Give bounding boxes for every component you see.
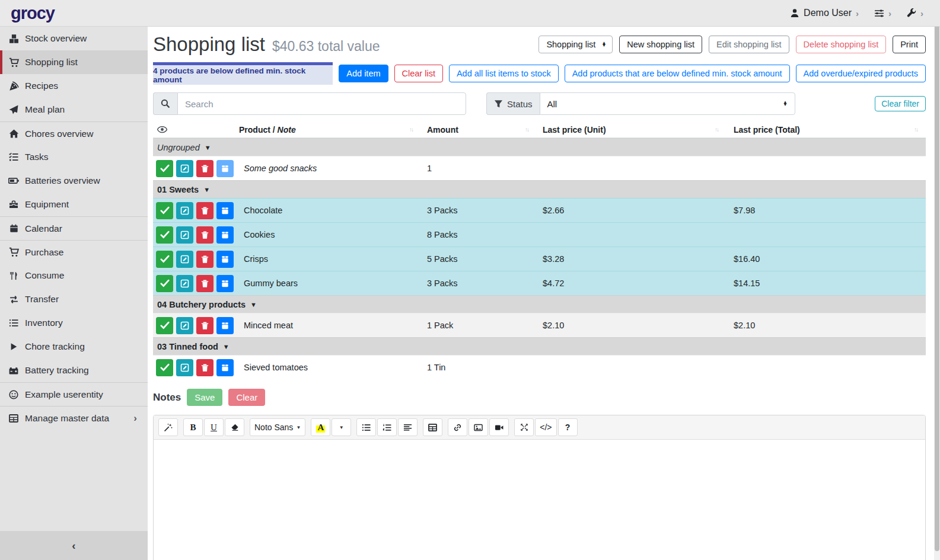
- sidebar-item-transfer[interactable]: Transfer: [0, 287, 148, 311]
- sidebar-item-tasks[interactable]: Tasks: [0, 145, 148, 169]
- amount: 5 Packs: [421, 254, 537, 264]
- edit-button[interactable]: [176, 226, 193, 244]
- fullscreen-button[interactable]: [514, 418, 534, 436]
- done-button[interactable]: [156, 202, 173, 219]
- edit-button[interactable]: [176, 251, 193, 268]
- delete-button[interactable]: [196, 317, 214, 334]
- sidebar-item-inventory[interactable]: Inventory: [0, 311, 148, 335]
- eye-icon[interactable]: [153, 124, 239, 135]
- add-below-min-stock-button[interactable]: Add products that are below defined min.…: [565, 65, 790, 82]
- clear-filter-button[interactable]: Clear filter: [875, 96, 926, 111]
- sidebar-item-stock-overview[interactable]: Stock overview: [0, 27, 148, 50]
- admin-menu[interactable]: ›: [907, 8, 923, 18]
- group-header-ungrouped[interactable]: Ungrouped▼: [153, 138, 926, 156]
- add-to-stock-button[interactable]: [216, 226, 234, 244]
- shopping-list-select[interactable]: Shopping list ▲▼: [538, 36, 613, 53]
- code-view-button[interactable]: </>: [535, 418, 556, 436]
- column-header-last-price-total[interactable]: Last price (Total)↑↓: [726, 125, 926, 135]
- add-all-to-stock-button[interactable]: Add all list items to stock: [449, 65, 559, 82]
- column-header-amount[interactable]: Amount↑↓: [421, 125, 537, 135]
- sidebar-item-consume[interactable]: Consume: [0, 264, 148, 287]
- insert-table-button[interactable]: [423, 418, 442, 436]
- delete-shopping-list-button[interactable]: Delete shopping list: [796, 36, 887, 53]
- insert-video-button[interactable]: [489, 418, 509, 436]
- notes-textarea[interactable]: [154, 440, 925, 560]
- sidebar-item-meal-plan[interactable]: Meal plan: [0, 98, 148, 121]
- product-name: Chocolate: [239, 206, 421, 215]
- settings-menu[interactable]: ›: [874, 8, 891, 18]
- eraser-button[interactable]: [225, 418, 244, 436]
- notes-clear-button[interactable]: Clear: [228, 389, 265, 406]
- status-select[interactable]: All ▲▼: [540, 92, 795, 115]
- add-to-stock-button[interactable]: [216, 251, 234, 268]
- edit-button[interactable]: [176, 160, 193, 177]
- table-header: Product / Note↑↓ Amount↑↓ Last price (Un…: [153, 121, 926, 138]
- font-color-dropdown[interactable]: ▼: [332, 418, 351, 436]
- sidebar-item-calendar[interactable]: Calendar: [0, 216, 148, 240]
- delete-button[interactable]: [196, 202, 214, 219]
- underline-button[interactable]: U: [204, 418, 224, 436]
- sidebar-collapse-button[interactable]: ‹: [0, 531, 148, 560]
- edit-button[interactable]: [176, 202, 193, 219]
- print-button[interactable]: Print: [893, 36, 926, 53]
- sidebar-item-recipes[interactable]: Recipes: [0, 74, 148, 98]
- delete-button[interactable]: [196, 275, 214, 292]
- group-header-butchery[interactable]: 04 Butchery products▼: [153, 295, 926, 313]
- scrollbar-thumb[interactable]: [935, 15, 939, 551]
- font-family-select[interactable]: Noto Sans▼: [250, 418, 305, 436]
- sidebar-item-purchase[interactable]: Purchase: [0, 240, 148, 264]
- add-to-stock-button[interactable]: [216, 202, 234, 219]
- done-button[interactable]: [156, 226, 173, 244]
- add-to-stock-button[interactable]: [216, 359, 234, 376]
- column-header-last-price-unit[interactable]: Last price (Unit)↑↓: [537, 125, 726, 135]
- add-to-stock-button[interactable]: [216, 275, 234, 292]
- column-header-product[interactable]: Product / Note↑↓: [239, 125, 421, 135]
- bold-button[interactable]: B: [183, 418, 203, 436]
- edit-button[interactable]: [176, 317, 193, 334]
- sidebar-item-batteries-overview[interactable]: Batteries overview: [0, 169, 148, 193]
- sidebar-item-chores-overview[interactable]: Chores overview: [0, 121, 148, 145]
- caret-down-icon: ▼: [250, 301, 257, 308]
- notes-save-button[interactable]: Save: [187, 389, 222, 406]
- ordered-list-button[interactable]: [377, 418, 397, 436]
- group-header-sweets[interactable]: 01 Sweets▼: [153, 180, 926, 198]
- style-magic-button[interactable]: [158, 418, 178, 436]
- paragraph-align-button[interactable]: [398, 418, 418, 436]
- delete-button[interactable]: [196, 251, 214, 268]
- add-item-button[interactable]: Add item: [339, 65, 388, 82]
- insert-link-button[interactable]: [448, 418, 467, 436]
- add-overdue-button[interactable]: Add overdue/expired products: [796, 65, 926, 82]
- group-header-tinned-food[interactable]: 03 Tinned food▼: [153, 337, 926, 355]
- add-to-stock-button[interactable]: [216, 160, 234, 177]
- edit-shopping-list-button[interactable]: Edit shopping list: [709, 36, 789, 53]
- done-button[interactable]: [156, 275, 173, 292]
- edit-button[interactable]: [176, 359, 193, 376]
- delete-button[interactable]: [196, 160, 214, 177]
- new-shopping-list-button[interactable]: New shopping list: [619, 36, 702, 53]
- unordered-list-button[interactable]: [356, 418, 376, 436]
- sidebar-item-chore-tracking[interactable]: Chore tracking: [0, 335, 148, 359]
- font-color-button[interactable]: A: [311, 418, 330, 436]
- delete-button[interactable]: [196, 359, 214, 376]
- page-scrollbar[interactable]: [934, 0, 940, 560]
- insert-picture-button[interactable]: [469, 418, 488, 436]
- caret-down-icon: ▼: [339, 425, 344, 430]
- add-to-stock-button[interactable]: [216, 317, 234, 334]
- edit-button[interactable]: [176, 275, 193, 292]
- sidebar-item-example-userentity[interactable]: Example userentity: [0, 382, 148, 406]
- user-icon: [790, 8, 799, 18]
- done-button[interactable]: [156, 359, 173, 376]
- done-button[interactable]: [156, 251, 173, 268]
- done-button[interactable]: [156, 160, 173, 177]
- user-menu[interactable]: Demo User ›: [790, 8, 859, 18]
- editor-toolbar: B U Noto Sans▼ A ▼ </>: [154, 415, 925, 440]
- done-button[interactable]: [156, 317, 173, 334]
- search-input[interactable]: [177, 92, 466, 115]
- sidebar-item-manage-master-data[interactable]: Manage master data›: [0, 406, 148, 430]
- delete-button[interactable]: [196, 226, 214, 244]
- clear-list-button[interactable]: Clear list: [394, 65, 443, 82]
- help-button[interactable]: ?: [558, 418, 578, 436]
- sidebar-item-equipment[interactable]: Equipment: [0, 193, 148, 216]
- sidebar-item-shopping-list[interactable]: Shopping list: [0, 50, 148, 74]
- sidebar-item-battery-tracking[interactable]: Battery tracking: [0, 359, 148, 382]
